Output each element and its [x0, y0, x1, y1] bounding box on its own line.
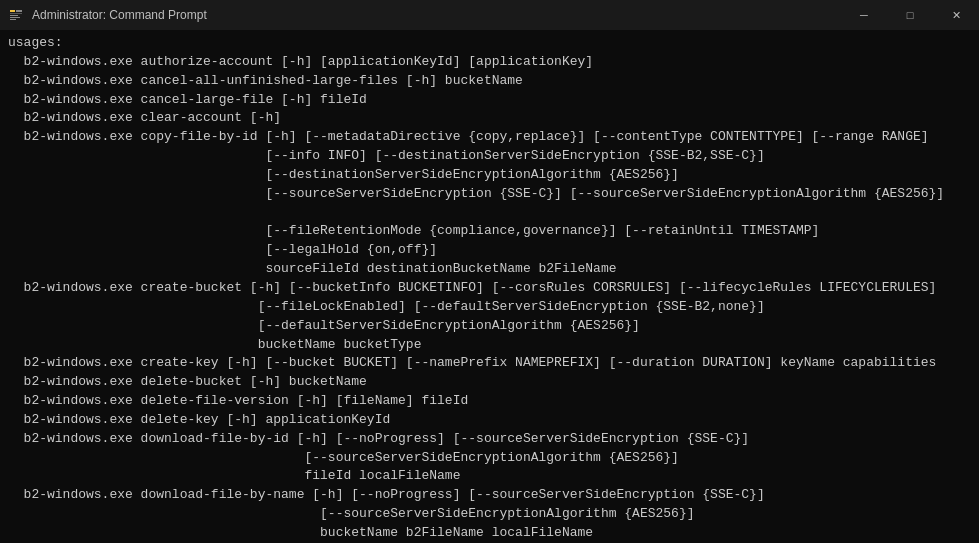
svg-rect-4 — [10, 15, 18, 16]
command-prompt-window: Administrator: Command Prompt ─ □ ✕ usag… — [0, 0, 979, 543]
minimize-button[interactable]: ─ — [841, 0, 887, 30]
window-title: Administrator: Command Prompt — [32, 8, 207, 22]
svg-rect-2 — [16, 10, 22, 12]
svg-rect-3 — [10, 13, 22, 14]
terminal-output: usages: b2-windows.exe authorize-account… — [8, 34, 971, 543]
svg-rect-6 — [10, 19, 16, 20]
window-controls: ─ □ ✕ — [841, 0, 979, 30]
maximize-button[interactable]: □ — [887, 0, 933, 30]
title-bar-left: Administrator: Command Prompt — [8, 7, 207, 23]
title-bar: Administrator: Command Prompt ─ □ ✕ — [0, 0, 979, 30]
svg-rect-5 — [10, 17, 20, 18]
svg-rect-1 — [10, 10, 15, 12]
cmd-icon — [8, 7, 24, 23]
close-button[interactable]: ✕ — [933, 0, 979, 30]
terminal-content[interactable]: usages: b2-windows.exe authorize-account… — [0, 30, 979, 543]
